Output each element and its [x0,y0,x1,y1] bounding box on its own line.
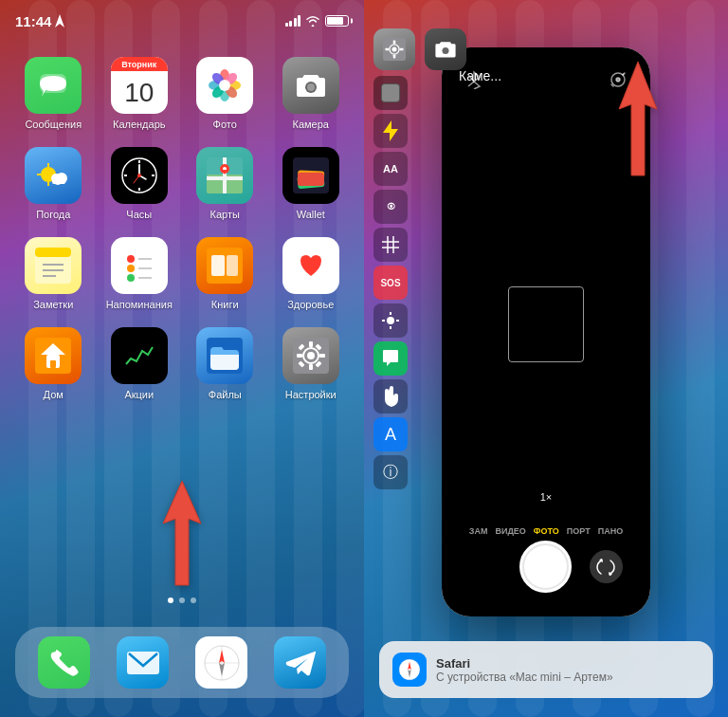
message-svg [381,349,400,368]
messages-icon [25,57,82,114]
svg-rect-43 [35,248,71,257]
svg-point-91 [442,47,448,54]
books-icon [196,237,253,294]
app-camera[interactable]: Камера [273,57,350,130]
app-settings[interactable]: Настройки [273,327,350,400]
app-books[interactable]: Книги [187,237,264,310]
files-label: Файлы [209,389,242,400]
svg-rect-68 [309,364,313,370]
weather-svg [35,161,71,190]
safari-notif-icon [392,653,427,687]
svg-point-48 [127,255,135,263]
app-photos[interactable]: Фото [187,57,264,130]
svg-point-99 [387,317,394,324]
notes-icon [25,237,82,294]
settings-small-icon [373,28,415,70]
app-messages[interactable]: Сообщения [15,57,92,130]
app-notes[interactable]: Заметки [15,237,92,310]
flip-camera-button[interactable] [590,550,623,583]
reminders-icon [111,237,168,294]
flash-svg [383,120,398,141]
dock-phone[interactable] [38,636,90,689]
aa-text: AA [383,163,398,175]
dock-mail[interactable] [117,636,169,689]
sidebar-brightness [373,303,408,338]
app-grid: Сообщения Вторник 10 Календарь [15,57,349,400]
safari-notification[interactable]: Safari С устройства «Mac mini – Артем» [379,641,713,698]
focus-box [508,286,584,362]
shutter-button[interactable] [519,541,572,593]
swipe-up-arrow-left [149,476,215,594]
dock-telegram[interactable] [274,636,326,689]
camera-small-svg [434,38,457,61]
page-dot-3 [191,598,196,603]
sidebar-info: ⓘ [373,455,408,489]
dock-safari-icon [195,636,247,689]
status-time: 11:44 [15,13,51,29]
app-health[interactable]: Здоровье [273,237,350,310]
app-wallet[interactable]: Wallet [273,147,350,220]
settings-icon [282,327,339,384]
svg-marker-0 [55,14,64,28]
status-icons [285,15,350,27]
clock-svg [120,156,158,194]
app-stocks[interactable]: Акции [101,327,178,400]
svg-rect-70 [319,354,325,358]
app-weather[interactable]: Погода [15,147,92,220]
health-label: Здоровье [287,299,334,310]
stocks-icon [111,327,168,384]
info-text: ⓘ [383,463,398,483]
svg-marker-110 [619,62,657,175]
maps-svg [207,157,243,193]
sos-text: SOS [380,278,400,288]
sidebar-message [373,341,408,376]
shutter-inner [524,545,567,588]
svg-point-10 [219,80,230,91]
flip-icon [596,559,615,576]
sidebar-aa: AA [373,152,408,186]
dock-safari[interactable] [195,636,247,689]
svg-rect-67 [309,341,313,347]
calendar-label: Календарь [113,119,166,130]
calendar-day: 10 [111,71,168,114]
arrow-right-svg [605,57,671,180]
svg-rect-21 [52,180,65,184]
wallet-label: Wallet [297,209,325,220]
right-panel: Каме... AA ⦿ [364,0,728,717]
svg-point-50 [127,265,135,272]
page-dots [0,598,364,603]
camera-modes: ЗАМ ВИДЕО ФОТО ПОРТ ПАНО [442,526,650,536]
camera-zoom: 1× [540,491,553,503]
svg-rect-88 [393,55,396,59]
app-maps[interactable]: Карты [187,147,264,220]
app-files[interactable]: Файлы [187,327,264,400]
status-bar: 11:44 [0,0,364,42]
dock-telegram-icon [274,636,326,689]
grid-svg [382,236,399,253]
home-svg [35,338,71,374]
weather-label: Погода [36,209,70,220]
notif-body: С устройства «Mac mini – Артем» [436,671,700,684]
app-calendar[interactable]: Вторник 10 Календарь [101,57,178,130]
svg-rect-69 [297,354,302,358]
calendar-icon: Вторник 10 [111,57,168,114]
svg-point-12 [307,83,315,91]
app-clock[interactable]: Часы [101,147,178,220]
app-reminders[interactable]: Напоминания [101,237,178,310]
sidebar-grid [373,228,408,262]
health-svg [293,248,329,284]
battery-icon [325,15,349,27]
notif-text-block: Safari С устройства «Mac mini – Артем» [436,656,700,684]
photos-icon [196,57,253,114]
settings-label: Настройки [285,389,337,400]
safari-notif-svg [398,658,421,681]
sidebar-camera-roll [373,76,408,110]
weather-icon [25,147,82,204]
camera-icon [282,57,339,114]
hand-svg [382,386,399,407]
health-icon [282,237,339,294]
messages-label: Сообщения [25,119,82,130]
wallet-svg [293,157,329,193]
safari-svg [203,644,241,682]
app-home[interactable]: Дом [15,327,92,400]
